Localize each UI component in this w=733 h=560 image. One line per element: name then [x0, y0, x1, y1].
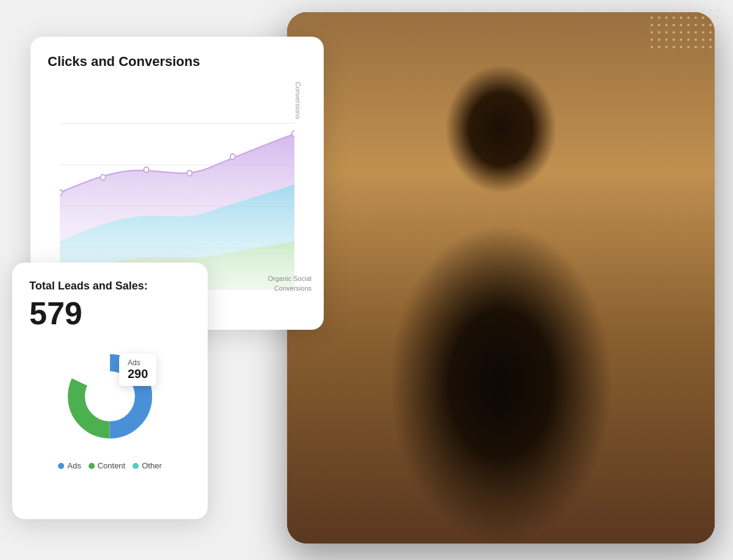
leads-total-number: 579 — [29, 297, 191, 329]
decoration-dot — [680, 31, 682, 34]
donut-tooltip: Ads 290 — [119, 354, 156, 386]
decoration-dot — [687, 38, 690, 41]
decoration-dot — [658, 46, 660, 48]
decoration-dot — [651, 16, 653, 19]
decoration-dot — [687, 24, 690, 26]
decoration-dot — [658, 9, 660, 12]
decoration-dot — [673, 46, 675, 48]
person-image — [287, 12, 715, 544]
tooltip-value: 290 — [128, 367, 148, 381]
decoration-dot — [687, 31, 690, 34]
decoration-dot — [680, 16, 682, 19]
decoration-dot — [651, 38, 653, 41]
decoration-dot — [709, 24, 712, 26]
leads-title: Total Leads and Sales: — [29, 280, 191, 293]
decoration-dot — [695, 31, 697, 34]
decoration-dot — [709, 46, 712, 48]
decoration-dot — [651, 9, 653, 12]
decoration-dot — [717, 9, 719, 12]
decoration-dot — [702, 38, 704, 41]
decoration-dot — [651, 31, 653, 34]
decoration-dot — [695, 38, 697, 41]
dots-decoration: // Will be populated by JS below — [651, 9, 724, 58]
decoration-dot — [651, 46, 653, 48]
leads-sales-card: Total Leads and Sales: 579 Ads 290 — [12, 263, 208, 519]
decoration-dot — [717, 24, 719, 26]
decoration-dot — [695, 16, 697, 19]
legend-dot-ads — [58, 463, 64, 469]
decoration-dot — [658, 16, 660, 19]
legend-label-content: Content — [98, 461, 126, 470]
decoration-dot — [658, 24, 660, 26]
legend-item-other: Other — [133, 461, 162, 470]
decoration-dot — [673, 24, 675, 26]
svg-point-8 — [187, 170, 192, 176]
decoration-dot — [717, 16, 719, 19]
decoration-dot — [702, 46, 704, 48]
decoration-dot — [717, 38, 719, 41]
background-photo — [287, 12, 715, 544]
decoration-dot — [665, 24, 668, 26]
decoration-dot — [709, 38, 712, 41]
legend-item-ads: Ads — [58, 461, 81, 470]
decoration-dot — [687, 46, 690, 48]
decoration-dot — [702, 24, 704, 26]
legend-dot-content — [89, 463, 95, 469]
area-chart-svg: 1 1 1 1 1 1 1 0 0 — [60, 82, 294, 289]
decoration-dot — [695, 9, 697, 12]
svg-point-5 — [60, 190, 62, 195]
decoration-dot — [651, 24, 653, 26]
svg-point-9 — [230, 154, 235, 159]
svg-point-6 — [101, 175, 106, 180]
tooltip-label: Ads — [128, 358, 148, 367]
chart-title: Clicks and Conversions — [48, 54, 307, 70]
y-axis-right-label: Conversions — [294, 82, 307, 289]
decoration-dot — [717, 46, 719, 48]
legend-dot-other — [133, 463, 139, 469]
decoration-dot — [709, 16, 712, 19]
decoration-dot — [658, 31, 660, 34]
svg-point-7 — [144, 167, 148, 172]
decoration-dot — [665, 9, 668, 12]
donut-legend: Ads Content Other — [29, 461, 191, 470]
decoration-dot — [702, 31, 704, 34]
decoration-dot — [673, 9, 675, 12]
decoration-dot — [687, 9, 690, 12]
legend-item-content: Content — [89, 461, 126, 470]
decoration-dot — [673, 31, 675, 34]
decoration-dot — [717, 31, 719, 34]
decoration-dot — [695, 24, 697, 26]
legend-label-other: Other — [142, 461, 162, 470]
decoration-dot — [702, 9, 704, 12]
decoration-dot — [665, 38, 668, 41]
decoration-dot — [673, 16, 675, 19]
decoration-dot — [709, 9, 712, 12]
decoration-dot — [687, 16, 690, 19]
organic-social-text: Organic SocialConversions — [268, 275, 312, 291]
decoration-dot — [680, 46, 682, 48]
chart-area-container: Clicks — [48, 82, 307, 289]
decoration-dot — [702, 16, 704, 19]
decoration-dot — [680, 38, 682, 41]
donut-chart-container: Ads 290 — [55, 341, 165, 451]
decoration-dot — [680, 9, 682, 12]
decoration-dot — [658, 38, 660, 41]
decoration-dot — [665, 31, 668, 34]
organic-social-label: Organic SocialConversions — [268, 274, 312, 293]
decoration-dot — [673, 38, 675, 41]
chart-plot-area: 1 1 1 1 1 1 1 0 0 — [60, 82, 294, 289]
decoration-dot — [709, 31, 712, 34]
y-axis-label: Clicks — [48, 82, 60, 289]
decoration-dot — [680, 24, 682, 26]
decoration-dot — [665, 16, 668, 19]
legend-label-ads: Ads — [67, 461, 81, 470]
decoration-dot — [665, 46, 668, 48]
decoration-dot — [695, 46, 697, 48]
